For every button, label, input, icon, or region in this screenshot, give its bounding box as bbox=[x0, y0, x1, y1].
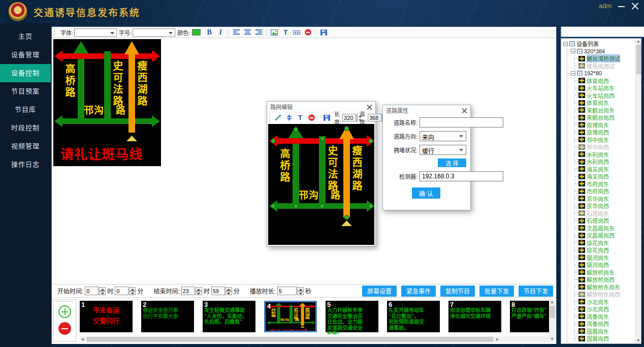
device-item[interactable]: 国展岗西 bbox=[575, 335, 635, 342]
font-size-select[interactable] bbox=[133, 28, 175, 37]
align-right-icon[interactable] bbox=[254, 28, 263, 37]
draw-road-icon[interactable] bbox=[274, 113, 282, 122]
playlist-item[interactable]: 扎实开展电动车“百日整治”，有效预防道路交通事故。6 bbox=[387, 301, 440, 332]
device-item[interactable]: 京华岗西 bbox=[575, 202, 635, 210]
align-left-icon[interactable] bbox=[232, 28, 240, 37]
scroll-left-icon[interactable] bbox=[80, 336, 86, 342]
device-item[interactable]: 国展岗东 bbox=[575, 328, 635, 335]
end-hour-stepper[interactable] bbox=[196, 287, 202, 295]
device-item[interactable]: 火车站岗西 bbox=[575, 92, 635, 100]
color-swatch[interactable] bbox=[192, 29, 201, 36]
panel-grip[interactable] bbox=[57, 301, 73, 302]
scrollbar-thumb[interactable] bbox=[550, 306, 555, 318]
confirm-button[interactable]: 确 认 bbox=[412, 187, 440, 199]
action-button[interactable]: 紧急事件 bbox=[401, 286, 436, 297]
scroll-down-icon[interactable] bbox=[636, 338, 641, 343]
device-item[interactable]: 解放桥岗西 bbox=[575, 276, 635, 283]
dialog-titlebar[interactable]: 道路属性 bbox=[383, 105, 470, 115]
device-item[interactable]: 维扬岗测试 bbox=[575, 62, 635, 70]
device-item[interactable]: 双博岗东 bbox=[575, 121, 635, 129]
road-name-input[interactable] bbox=[420, 117, 503, 128]
toolbar-grip[interactable] bbox=[54, 28, 56, 36]
end-minute-stepper[interactable] bbox=[226, 287, 232, 295]
device-item[interactable]: 市府岗西 bbox=[575, 187, 635, 195]
height-input[interactable] bbox=[368, 114, 381, 121]
editor-canvas[interactable]: 高桥路史可法路瘦西湖路邗沟路请礼让斑马线 路网编辑 T 长度: bbox=[52, 38, 556, 284]
font-select[interactable] bbox=[74, 28, 117, 37]
congestion-select[interactable]: 缓行 bbox=[420, 145, 466, 155]
device-item[interactable]: 解放桥东岗西 bbox=[575, 291, 635, 298]
device-item[interactable]: 体育岗东 bbox=[575, 99, 635, 107]
device-item[interactable]: 鸿泰岗东 bbox=[575, 313, 635, 321]
device-item[interactable]: 来鹤台岗东 bbox=[575, 107, 635, 114]
duration-input[interactable] bbox=[277, 287, 297, 295]
device-item[interactable]: 鸿泰岗西 bbox=[575, 320, 635, 328]
sidebar-item[interactable]: 时段控制 bbox=[0, 119, 51, 137]
sidebar-item[interactable]: 设备控制 bbox=[0, 64, 51, 82]
device-item[interactable]: 体育岗西 bbox=[575, 77, 635, 85]
device-item[interactable]: 火车站岗东 bbox=[575, 84, 635, 92]
road-direction-select[interactable]: 来向 bbox=[420, 131, 466, 141]
end-minute-input[interactable] bbox=[211, 287, 225, 295]
action-button[interactable]: 复制节目 bbox=[440, 286, 475, 297]
collapse-icon[interactable] bbox=[571, 71, 575, 76]
action-button[interactable]: 屏幕设置 bbox=[362, 286, 397, 297]
road-network-diagram[interactable]: 高桥路史可法路瘦西湖路邗沟路 bbox=[268, 124, 374, 245]
save-icon[interactable] bbox=[319, 28, 328, 37]
scroll-down-icon[interactable] bbox=[549, 336, 556, 342]
scrollbar-thumb[interactable] bbox=[636, 45, 641, 74]
device-item[interactable]: 市府岗东 bbox=[575, 180, 635, 188]
device-search-input[interactable] bbox=[561, 26, 644, 37]
duration-stepper[interactable] bbox=[297, 287, 304, 295]
start-minute-stepper[interactable] bbox=[129, 287, 136, 295]
playlist-item[interactable]: 发生轻微交通事故“人未伤，车能动，先拍照，后撤离”3 bbox=[203, 301, 255, 332]
action-button[interactable]: 批量下发 bbox=[479, 286, 514, 297]
text-tool-button[interactable]: T bbox=[296, 113, 304, 122]
collapse-icon[interactable] bbox=[563, 42, 568, 46]
sidebar-item[interactable]: 设备管理 bbox=[0, 46, 51, 64]
italic-button[interactable]: I bbox=[216, 28, 224, 37]
sidebar-item[interactable]: 节目库 bbox=[0, 101, 51, 119]
vertical-scrollbar[interactable] bbox=[549, 299, 556, 342]
scroll-right-icon[interactable] bbox=[494, 336, 500, 342]
device-item[interactable]: 琼花岗东 bbox=[575, 239, 635, 247]
add-program-button[interactable] bbox=[58, 305, 71, 318]
length-stepper[interactable] bbox=[357, 114, 358, 122]
playlist-item[interactable]: 依法治理非标车辆净化城市交通环境7 bbox=[448, 301, 501, 332]
device-item[interactable]: 银河岗西 bbox=[575, 261, 635, 269]
device-item[interactable]: 双博岗西 bbox=[575, 129, 635, 136]
device-item[interactable]: 京华岗东 bbox=[575, 195, 635, 203]
device-item[interactable]: 文昌阁岗东 bbox=[575, 225, 635, 232]
start-hour-input[interactable] bbox=[85, 287, 99, 295]
device-group[interactable]: 192*80 bbox=[567, 70, 635, 77]
device-item[interactable]: 解放桥岗东 bbox=[575, 269, 635, 276]
device-item[interactable]: 邗中岗西 bbox=[575, 143, 635, 151]
select-button[interactable]: 选 择 bbox=[438, 159, 466, 167]
device-group[interactable]: 320*384 bbox=[567, 48, 635, 55]
scrollbar-thumb[interactable] bbox=[87, 337, 493, 342]
tree-scrollbar[interactable] bbox=[635, 39, 641, 343]
device-item[interactable]: 石塔岗东 bbox=[575, 210, 635, 217]
playlist-item[interactable]: 春运安全连万家出行平安靠大家2 bbox=[141, 301, 194, 332]
collapse-icon[interactable] bbox=[571, 49, 575, 53]
align-center-icon[interactable] bbox=[243, 28, 251, 37]
length-input[interactable] bbox=[342, 114, 356, 121]
device-item[interactable]: 沙北岗西 bbox=[575, 305, 635, 313]
sidebar-item[interactable]: 操作日志 bbox=[0, 155, 51, 174]
road-network-edit-canvas[interactable]: 高桥路史可法路瘦西湖路邗沟路 bbox=[268, 124, 374, 245]
device-item[interactable]: 海关岗西 bbox=[575, 173, 635, 180]
playlist-item[interactable]: 打击改装“炸街”严查严处“飙车”8 bbox=[510, 301, 550, 332]
device-item[interactable]: 水利岗东 bbox=[575, 151, 635, 159]
device-item[interactable]: 文昌阁岗西 bbox=[575, 232, 635, 239]
device-item[interactable]: 来鹤台岗西 bbox=[575, 114, 635, 121]
move-node-icon[interactable] bbox=[285, 113, 293, 122]
device-item[interactable]: 琼花岗西 bbox=[575, 246, 635, 254]
close-icon[interactable] bbox=[631, 3, 639, 10]
sidebar-item[interactable]: 视频管理 bbox=[0, 137, 51, 155]
toolbar-grip[interactable] bbox=[269, 114, 270, 121]
start-minute-input[interactable] bbox=[115, 287, 128, 295]
playlist-item[interactable]: 大力开展秋冬季交通安全整治百日会战，全力稳定道路交通安全形势！5 bbox=[326, 301, 378, 332]
minimize-icon[interactable] bbox=[618, 6, 625, 7]
sidebar-item[interactable]: 节目预案 bbox=[0, 82, 51, 101]
horizontal-scrollbar[interactable] bbox=[80, 336, 550, 342]
